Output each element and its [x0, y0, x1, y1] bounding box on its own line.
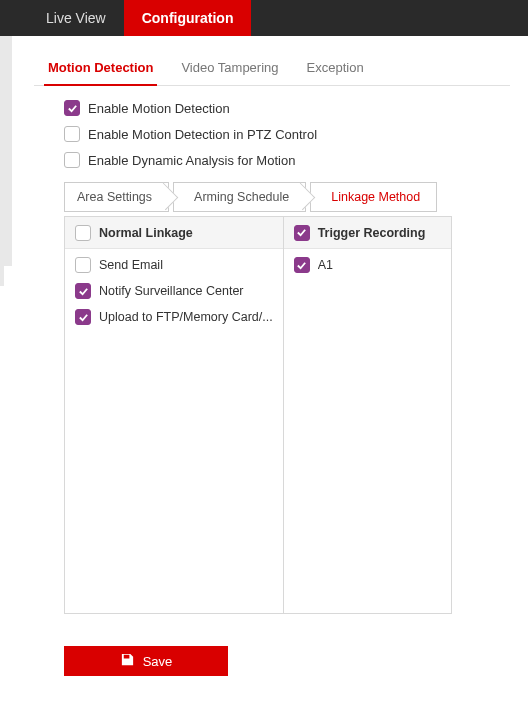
- checkbox-icon: [75, 283, 91, 299]
- linkage-header-normal[interactable]: Normal Linkage: [65, 217, 283, 249]
- enable-motion-detection[interactable]: Enable Motion Detection: [64, 100, 510, 116]
- top-tab-configuration[interactable]: Configuration: [124, 0, 252, 36]
- sub-tab-label: Motion Detection: [48, 60, 153, 75]
- save-button[interactable]: Save: [64, 646, 228, 676]
- linkage-column-trigger: Trigger Recording A1: [284, 217, 451, 613]
- step-tab-arming-schedule[interactable]: Arming Schedule: [173, 182, 306, 212]
- linkage-item-send-email[interactable]: Send Email: [75, 257, 273, 273]
- linkage-item-label: A1: [318, 258, 333, 272]
- enable-options: Enable Motion Detection Enable Motion De…: [64, 100, 510, 168]
- sub-tab-motion-detection[interactable]: Motion Detection: [34, 52, 167, 85]
- top-tab-label: Live View: [46, 10, 106, 26]
- step-tab-label: Arming Schedule: [194, 190, 289, 204]
- checkbox-icon: [64, 152, 80, 168]
- linkage-header-trigger[interactable]: Trigger Recording: [284, 217, 451, 249]
- checkbox-icon: [75, 257, 91, 273]
- linkage-item-label: Upload to FTP/Memory Card/...: [99, 310, 273, 324]
- enable-dynamic-analysis[interactable]: Enable Dynamic Analysis for Motion: [64, 152, 510, 168]
- left-sidebar-stub: [0, 36, 12, 266]
- linkage-panel: Normal Linkage Send Email Notify Surveil…: [64, 216, 452, 614]
- linkage-item-label: Send Email: [99, 258, 163, 272]
- linkage-header-label: Trigger Recording: [318, 226, 426, 240]
- step-tab-label: Linkage Method: [331, 190, 420, 204]
- sub-tab-label: Video Tampering: [181, 60, 278, 75]
- linkage-column-normal: Normal Linkage Send Email Notify Surveil…: [65, 217, 284, 613]
- checkbox-icon: [294, 257, 310, 273]
- checkbox-icon: [64, 100, 80, 116]
- linkage-body: Send Email Notify Surveillance Center Up…: [65, 249, 283, 613]
- top-tab-label: Configuration: [142, 10, 234, 26]
- linkage-header-label: Normal Linkage: [99, 226, 193, 240]
- checkbox-label: Enable Motion Detection: [88, 101, 230, 116]
- checkbox-label: Enable Motion Detection in PTZ Control: [88, 127, 317, 142]
- content-area: Motion Detection Video Tampering Excepti…: [0, 36, 528, 676]
- checkbox-icon: [64, 126, 80, 142]
- checkbox-icon: [75, 225, 91, 241]
- save-icon: [120, 652, 135, 670]
- sub-tab-exception[interactable]: Exception: [293, 52, 378, 85]
- linkage-body: A1: [284, 249, 451, 613]
- save-button-label: Save: [143, 654, 173, 669]
- step-tab-area-settings[interactable]: Area Settings: [64, 182, 169, 212]
- top-tab-live-view[interactable]: Live View: [28, 0, 124, 36]
- step-tab-bar: Area Settings Arming Schedule Linkage Me…: [64, 182, 510, 212]
- checkbox-icon: [75, 309, 91, 325]
- step-tab-linkage-method[interactable]: Linkage Method: [310, 182, 437, 212]
- save-button-wrap: Save: [64, 646, 510, 676]
- linkage-item-a1[interactable]: A1: [294, 257, 441, 273]
- checkbox-icon: [294, 225, 310, 241]
- sub-tab-label: Exception: [307, 60, 364, 75]
- linkage-item-upload-ftp[interactable]: Upload to FTP/Memory Card/...: [75, 309, 273, 325]
- enable-motion-detection-ptz[interactable]: Enable Motion Detection in PTZ Control: [64, 126, 510, 142]
- sub-tab-bar: Motion Detection Video Tampering Excepti…: [34, 46, 510, 86]
- linkage-item-notify-center[interactable]: Notify Surveillance Center: [75, 283, 273, 299]
- checkbox-label: Enable Dynamic Analysis for Motion: [88, 153, 295, 168]
- sub-tab-video-tampering[interactable]: Video Tampering: [167, 52, 292, 85]
- step-tab-label: Area Settings: [77, 190, 152, 204]
- linkage-item-label: Notify Surveillance Center: [99, 284, 244, 298]
- left-sidebar-stub: [0, 266, 4, 286]
- top-nav: Live View Configuration: [0, 0, 528, 36]
